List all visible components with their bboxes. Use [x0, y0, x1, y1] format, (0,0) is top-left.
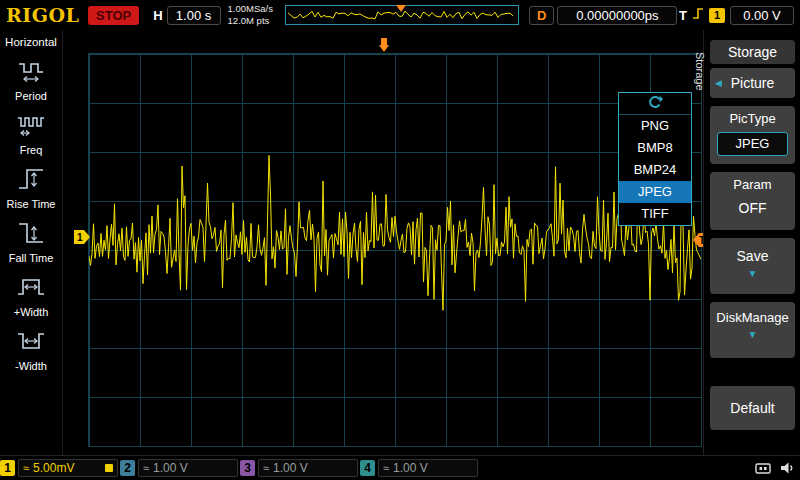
sidebar-item-label: -Width	[15, 360, 47, 372]
display-grid	[88, 53, 702, 447]
popup-item-jpeg[interactable]: JPEG	[619, 181, 691, 203]
param-button[interactable]: Param OFF	[710, 172, 795, 230]
channel3-scale-box: ≈ 1.00 V	[258, 459, 358, 477]
rise-time-icon	[16, 165, 46, 197]
acquisition-info: 1.00MSa/s 12.0M pts	[228, 3, 273, 27]
param-button-label: Param	[710, 172, 795, 192]
coupling-icon: ≈	[383, 462, 389, 474]
coupling-icon: ≈	[23, 462, 29, 474]
down-arrow-icon: ▼	[710, 329, 795, 340]
sidebar-item-minus-width[interactable]: -Width	[0, 327, 62, 372]
sidebar-item-rise-time[interactable]: Rise Time	[0, 165, 62, 210]
popup-item-png[interactable]: PNG	[619, 115, 691, 137]
measure-sidebar: Horizontal Period F	[0, 30, 63, 455]
waveform-display-area: 1 T	[63, 30, 703, 455]
sidebar-item-label: Rise Time	[7, 198, 56, 210]
popup-item-bmp24[interactable]: BMP24	[619, 159, 691, 181]
delay-label: D	[529, 6, 554, 25]
popup-icon-row	[619, 93, 691, 115]
trigger-source-badge: 1	[709, 8, 725, 23]
timebase-value: 1.00 s	[167, 6, 221, 25]
channel4-status[interactable]: 4 ≈ 1.00 V	[360, 459, 478, 477]
channel2-status[interactable]: 2 ≈ 1.00 V	[120, 459, 238, 477]
delay-value: 0.00000000ps	[557, 6, 677, 25]
channel3-scale: 1.00 V	[273, 461, 308, 475]
picture-button-label: Picture	[731, 75, 775, 91]
down-arrow-icon: ▼	[710, 268, 795, 279]
oscilloscope-screen: RIGOL STOP H 1.00 s 1.00MSa/s 12.0M pts …	[0, 0, 800, 480]
trigger-level-value: 0.00 V	[730, 6, 794, 25]
minus-width-icon	[16, 327, 46, 359]
back-arrow-icon: ◀	[715, 68, 722, 98]
channel1-status[interactable]: 1 ≈ 5.00mV	[0, 459, 118, 477]
period-icon	[16, 57, 46, 89]
pictype-button-label: PicType	[710, 106, 795, 126]
trigger-label: T	[679, 8, 687, 23]
usb-icon	[754, 460, 772, 480]
freq-icon	[16, 111, 46, 143]
channel3-status[interactable]: 3 ≈ 1.00 V	[240, 459, 358, 477]
channel2-badge: 2	[120, 460, 135, 476]
pictype-button[interactable]: PicType JPEG	[710, 106, 795, 164]
fall-time-icon	[16, 219, 46, 251]
waveform	[89, 54, 701, 446]
channel4-scale: 1.00 V	[393, 461, 428, 475]
channel1-badge: 1	[0, 460, 15, 476]
default-button[interactable]: Default	[710, 386, 795, 430]
channel1-scale: 5.00mV	[33, 461, 74, 475]
sidebar-item-plus-width[interactable]: +Width	[0, 273, 62, 318]
channel2-scale: 1.00 V	[153, 461, 188, 475]
speaker-icon	[779, 460, 795, 480]
channel3-badge: 3	[240, 460, 255, 476]
sample-rate: 1.00MSa/s	[228, 3, 273, 15]
channel4-badge: 4	[360, 460, 375, 476]
channel1-offset-marker: 1	[74, 230, 91, 248]
trigger-slope-icon	[692, 6, 704, 24]
run-state-badge: STOP	[88, 6, 139, 25]
popup-item-tiff[interactable]: TIFF	[619, 203, 691, 225]
diskmanage-button[interactable]: DiskManage ▼	[710, 302, 795, 358]
save-button-label: Save	[710, 238, 795, 264]
sidebar-item-label: Fall Time	[9, 252, 54, 264]
waveform-preview	[285, 5, 519, 25]
sidebar-item-label: Period	[15, 90, 47, 102]
pictype-popup: PNG BMP8 BMP24 JPEG TIFF	[618, 92, 692, 226]
param-value: OFF	[710, 200, 795, 216]
sidebar-title: Horizontal	[5, 36, 57, 48]
channel-status-bar: 1 ≈ 5.00mV 2 ≈ 1.00 V 3 ≈ 1.00 V 4 ≈	[0, 455, 800, 480]
save-button[interactable]: Save ▼	[710, 238, 795, 294]
coupling-icon: ≈	[263, 462, 269, 474]
top-status-bar: RIGOL STOP H 1.00 s 1.00MSa/s 12.0M pts …	[0, 0, 800, 30]
preview-trigger-marker-icon	[396, 5, 406, 17]
memory-depth: 12.0M pts	[228, 15, 273, 27]
trigger-readout: T 1 0.00 V	[679, 6, 794, 25]
system-status-icons	[754, 460, 795, 480]
rigol-logo: RIGOL	[6, 4, 78, 26]
coupling-icon: ≈	[143, 462, 149, 474]
menu-title: Storage	[710, 40, 795, 64]
pictype-value: JPEG	[717, 132, 788, 156]
diskmanage-button-label: DiskManage	[710, 302, 795, 325]
delay-readout: D 0.00000000ps	[529, 6, 677, 25]
channel1-scale-box: ≈ 5.00mV	[18, 459, 118, 477]
plus-width-icon	[16, 273, 46, 305]
storage-vertical-tab: Storage	[694, 52, 706, 91]
channel-flag-icon	[105, 464, 113, 472]
sidebar-item-fall-time[interactable]: Fall Time	[0, 219, 62, 264]
sidebar-item-freq[interactable]: Freq	[0, 111, 62, 156]
channel1-marker-label: 1	[77, 232, 83, 243]
sidebar-item-label: +Width	[14, 306, 49, 318]
rotate-knob-icon	[647, 94, 663, 114]
horizontal-label: H	[153, 8, 162, 23]
default-button-label: Default	[730, 400, 774, 416]
sidebar-item-period[interactable]: Period	[0, 57, 62, 102]
trigger-position-marker-icon	[378, 38, 390, 57]
sidebar-item-label: Freq	[20, 144, 43, 156]
picture-button[interactable]: ◀ Picture	[710, 68, 795, 98]
channel2-scale-box: ≈ 1.00 V	[138, 459, 238, 477]
popup-item-bmp8[interactable]: BMP8	[619, 137, 691, 159]
channel4-scale-box: ≈ 1.00 V	[378, 459, 478, 477]
softkey-menu-panel: Storage ◀ Picture PicType JPEG Param OFF…	[703, 30, 800, 455]
